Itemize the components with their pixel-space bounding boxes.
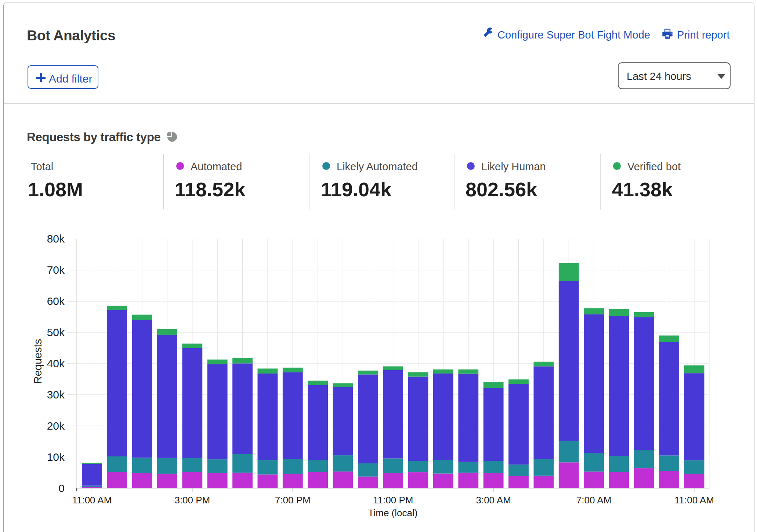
svg-text:11:00 AM: 11:00 AM — [674, 495, 714, 506]
svg-text:3:00 PM: 3:00 PM — [174, 495, 210, 506]
svg-text:11:00 PM: 11:00 PM — [373, 495, 413, 506]
svg-text:11:00 AM: 11:00 AM — [72, 495, 112, 506]
svg-text:70k: 70k — [47, 264, 65, 276]
svg-text:50k: 50k — [47, 326, 65, 338]
svg-text:7:00 PM: 7:00 PM — [275, 495, 311, 506]
svg-text:7:00 AM: 7:00 AM — [576, 495, 611, 506]
svg-text:Time (local): Time (local) — [368, 507, 418, 518]
svg-text:80k: 80k — [47, 233, 65, 245]
svg-text:10k: 10k — [47, 451, 65, 463]
svg-text:60k: 60k — [47, 295, 65, 307]
svg-text:20k: 20k — [47, 420, 65, 432]
svg-text:Requests: Requests — [32, 339, 44, 384]
svg-text:40k: 40k — [47, 357, 65, 369]
svg-text:30k: 30k — [47, 389, 65, 401]
svg-text:0: 0 — [58, 482, 65, 494]
svg-text:3:00 AM: 3:00 AM — [476, 495, 511, 506]
